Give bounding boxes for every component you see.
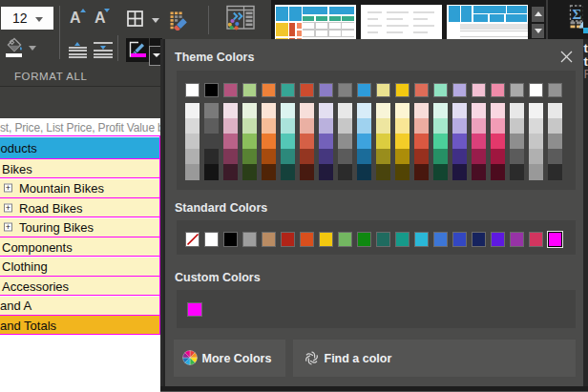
svg-text:Σ: Σ [573, 7, 582, 22]
